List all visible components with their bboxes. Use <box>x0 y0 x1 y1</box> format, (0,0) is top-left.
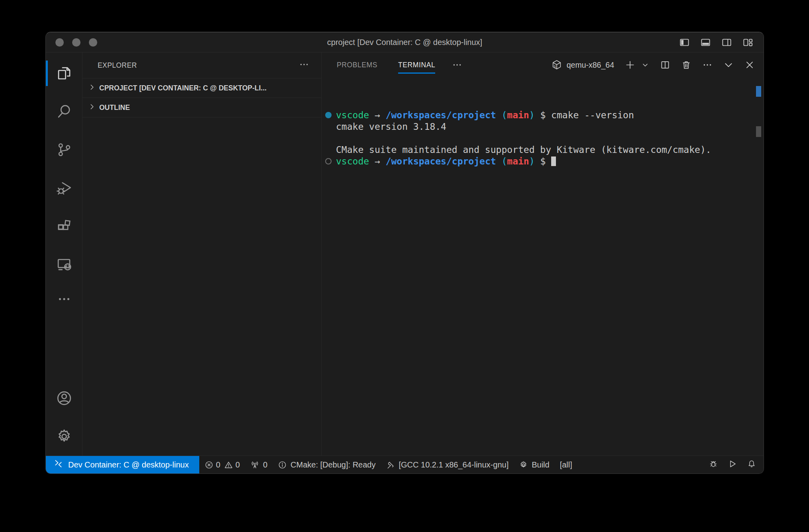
bug-icon <box>709 459 718 471</box>
explorer-more-actions-icon[interactable] <box>299 59 309 72</box>
play-icon <box>728 459 737 471</box>
terminal-line: CMake suite maintained and supported by … <box>336 144 748 156</box>
close-panel-icon[interactable] <box>744 60 755 70</box>
traffic-lights <box>55 38 97 47</box>
error-count: 0 <box>216 460 220 469</box>
launch-profile-chevron-icon[interactable] <box>641 61 649 69</box>
command-decoration-success-icon[interactable] <box>325 112 332 118</box>
terminal-line <box>336 133 748 144</box>
toggle-secondary-sidebar-icon[interactable] <box>721 37 732 48</box>
additional-views-button[interactable] <box>46 284 82 315</box>
status-bar: Dev Container: C @ desktop-linux 0 0 0 <box>46 456 764 473</box>
scrollbar-command-marker <box>756 86 761 97</box>
source-control-icon <box>56 141 73 158</box>
bell-icon <box>747 459 756 471</box>
terminal-profile-name: qemu-x86_64 <box>567 61 614 70</box>
sidebar-item-explorer[interactable] <box>46 54 82 92</box>
split-terminal-icon[interactable] <box>660 60 670 70</box>
tab-problems[interactable]: PROBLEMS <box>337 53 377 77</box>
hide-panel-chevron-icon[interactable] <box>723 60 734 70</box>
problems-status[interactable]: 0 0 <box>199 456 245 473</box>
build-target[interactable]: [all] <box>555 456 577 473</box>
cmake-status[interactable]: CMake: [Debug]: Ready <box>273 456 381 473</box>
terminal-profile-cube-icon: $ <box>551 59 562 70</box>
sidebar-title: EXPLORER <box>98 61 137 70</box>
explorer-sidebar: EXPLORER CPROJECT [DEV CONTAINER: C @ DE… <box>82 53 322 456</box>
terminal-lines: vscode → /workspaces/cproject (main) $ c… <box>336 110 748 167</box>
launch-target-button[interactable] <box>723 456 742 473</box>
radio-tower-icon <box>250 460 259 469</box>
remote-indicator[interactable]: Dev Container: C @ desktop-linux <box>46 456 199 473</box>
files-icon <box>56 65 73 82</box>
tools-icon <box>386 460 395 469</box>
panel-header: PROBLEMS TERMINAL $ qemu-x86_64 <box>322 53 764 77</box>
new-terminal-icon[interactable] <box>625 60 635 70</box>
ports-count: 0 <box>263 460 267 469</box>
remote-label: Dev Container: C @ desktop-linux <box>68 460 189 469</box>
section-label: CPROJECT [DEV CONTAINER: C @ DESKTOP-LI.… <box>99 84 267 92</box>
activity-bar <box>46 53 82 456</box>
gear-icon <box>55 428 73 445</box>
more-icon <box>57 292 71 306</box>
vscode-window: cproject [Dev Container: C @ desktop-lin… <box>45 32 764 474</box>
zoom-window-button[interactable] <box>89 38 97 47</box>
close-window-button[interactable] <box>55 38 64 47</box>
sidebar-item-remote-explorer[interactable] <box>46 245 82 284</box>
ports-status[interactable]: 0 <box>245 456 273 473</box>
sidebar-item-run-and-debug[interactable] <box>46 169 82 207</box>
error-icon <box>204 460 214 469</box>
command-decoration-pending-icon[interactable] <box>325 158 332 164</box>
section-outline[interactable]: OUTLINE <box>82 98 321 117</box>
tab-terminal[interactable]: TERMINAL <box>398 53 435 77</box>
title-bar: cproject [Dev Container: C @ desktop-lin… <box>46 32 764 53</box>
kill-terminal-icon[interactable] <box>681 60 691 70</box>
chevron-right-icon <box>88 83 96 94</box>
more-actions-icon[interactable] <box>702 60 713 70</box>
terminal-cursor <box>551 156 556 166</box>
remote-explorer-icon <box>56 256 73 273</box>
warning-count: 0 <box>236 460 240 469</box>
cmake-status-label: CMake: [Debug]: Ready <box>291 460 375 469</box>
terminal-viewport[interactable]: vscode → /workspaces/cproject (main) $ c… <box>322 77 764 456</box>
info-icon <box>278 460 287 469</box>
gear-icon <box>519 460 528 469</box>
manage-button[interactable] <box>46 417 82 456</box>
kit-label: [GCC 10.2.1 x86_64-linux-gnu] <box>399 460 509 469</box>
bottom-panel: PROBLEMS TERMINAL $ qemu-x86_64 <box>322 53 764 456</box>
sidebar-item-search[interactable] <box>46 92 82 131</box>
terminal-scrollbar[interactable] <box>756 126 761 137</box>
svg-text:$: $ <box>554 65 556 68</box>
section-label: OUTLINE <box>99 104 130 112</box>
build-label: Build <box>532 460 549 469</box>
search-icon <box>56 103 73 120</box>
build-button[interactable]: Build <box>514 456 554 473</box>
terminal-line: vscode → /workspaces/cproject (main) $ c… <box>336 110 748 121</box>
toggle-panel-icon[interactable] <box>700 37 711 48</box>
remote-indicator-icon <box>54 459 63 470</box>
window-title: cproject [Dev Container: C @ desktop-lin… <box>46 38 764 47</box>
toggle-primary-sidebar-icon[interactable] <box>679 37 690 48</box>
warning-icon <box>224 460 233 469</box>
accounts-button[interactable] <box>46 379 82 417</box>
terminal-line: cmake version 3.18.4 <box>336 121 748 133</box>
customize-layout-icon[interactable] <box>742 37 753 48</box>
extensions-icon <box>56 218 73 235</box>
run-debug-icon <box>56 180 73 196</box>
terminal-line: vscode → /workspaces/cproject (main) $ <box>336 156 748 167</box>
kit-selection[interactable]: [GCC 10.2.1 x86_64-linux-gnu] <box>381 456 514 473</box>
sidebar-item-source-control[interactable] <box>46 131 82 169</box>
minimize-window-button[interactable] <box>72 38 81 47</box>
notifications-button[interactable] <box>742 456 761 473</box>
debug-target-button[interactable] <box>704 456 723 473</box>
panel-views-more-icon[interactable] <box>452 60 462 70</box>
terminal-profile[interactable]: $ qemu-x86_64 <box>551 59 614 70</box>
chevron-right-icon <box>88 102 96 113</box>
section-project-folder[interactable]: CPROJECT [DEV CONTAINER: C @ DESKTOP-LI.… <box>82 78 321 98</box>
sidebar-item-extensions[interactable] <box>46 207 82 245</box>
account-icon <box>55 389 73 407</box>
build-target-label: [all] <box>560 460 572 469</box>
